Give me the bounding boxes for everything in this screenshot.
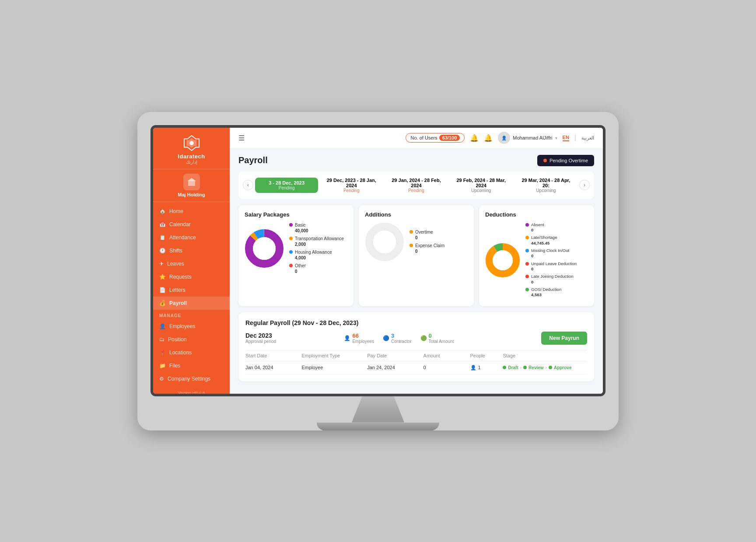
deductions-legend: Absent 0 Late/Shortage 44,745.45 xyxy=(525,222,577,300)
svg-point-15 xyxy=(493,250,513,270)
period-tab-2[interactable]: 29 Jan, 2024 - 28 Feb, 2024 Pending xyxy=(385,175,448,196)
new-payrun-button[interactable]: New Payrun xyxy=(541,332,587,345)
table-row[interactable]: Jan 04, 2024 Employee Jan 24, 2024 0 👤 1… xyxy=(245,361,587,374)
deductions-donut xyxy=(485,243,520,280)
gosi-dot xyxy=(525,288,529,291)
period-tab-3[interactable]: 29 Feb, 2024 - 28 Mar, 2024 Upcoming xyxy=(450,175,513,196)
late-shortage-value: 44,745.45 xyxy=(531,241,557,246)
files-icon: 📁 xyxy=(159,363,166,369)
period-prev-button[interactable]: ‹ xyxy=(243,180,253,190)
bell-icon[interactable]: 🔔 xyxy=(484,134,493,142)
legend-item-absent: Absent 0 xyxy=(525,222,577,233)
period-tab-0[interactable]: 3 - 28 Dec, 2023 Pending xyxy=(255,178,318,193)
hamburger-icon[interactable]: ☰ xyxy=(238,134,245,142)
svg-point-9 xyxy=(253,237,276,260)
payroll-period: Dec 2023 Approval period xyxy=(245,332,344,344)
additions-title: Additions xyxy=(365,211,468,218)
legend-item-late-joining: Late Joining Deduction 0 xyxy=(525,274,577,285)
sidebar-item-employees-label: Employees xyxy=(169,323,195,329)
payroll-meta: Dec 2023 Approval period 👤 66 Employees xyxy=(245,332,587,345)
unpaid-leave-value: 0 xyxy=(531,266,577,272)
logo-name: Idaratech xyxy=(178,153,205,160)
calendar-icon: 📅 xyxy=(159,221,166,227)
sidebar-item-requests-label: Requests xyxy=(169,274,192,280)
sidebar-item-letters-label: Letters xyxy=(169,287,186,293)
period-tab-1-date: 29 Dec, 2023 - 28 Jan, 2024 xyxy=(323,178,379,188)
logo-arabic: إدارتك xyxy=(186,160,197,164)
people-icon: 👤 xyxy=(470,365,476,371)
legend-item-housing: Housing Allowance 4,000 xyxy=(289,249,344,261)
gosi-label: GOSI Deduction xyxy=(531,287,561,292)
salary-packages-inner: Basic 40,000 Transportation Allowance 2,… xyxy=(245,222,347,276)
period-tab-4[interactable]: 29 Mar, 2024 - 28 Apr, 20: Upcoming xyxy=(514,175,578,196)
late-joining-value: 0 xyxy=(531,280,574,285)
regular-payroll-section: Regular Payroll (29 Nov - 28 Dec, 2023) … xyxy=(238,312,594,381)
letters-icon: 📄 xyxy=(159,287,166,293)
legend-item-other: Other 0 xyxy=(289,263,344,274)
col-pay-date: Pay Date xyxy=(367,353,423,358)
period-tabs: ‹ 3 - 28 Dec, 2023 Pending 29 Dec, 2023 … xyxy=(238,171,594,199)
sidebar-item-shifts[interactable]: 🕐 Shifts xyxy=(153,244,230,257)
speaker-icon[interactable]: 🔔 xyxy=(470,134,479,142)
sidebar-item-leaves[interactable]: ✈ Leaves xyxy=(153,257,230,270)
salary-donut xyxy=(245,229,284,270)
period-tab-4-status: Upcoming xyxy=(518,188,574,193)
sidebar-item-requests[interactable]: ⭐ Requests xyxy=(153,270,230,283)
svg-rect-3 xyxy=(188,181,195,186)
housing-dot xyxy=(289,250,293,254)
sidebar-item-calendar-label: Calendar xyxy=(169,221,191,227)
transportation-dot xyxy=(289,237,293,240)
sidebar-item-files[interactable]: 📁 Files xyxy=(153,359,230,372)
period-tab-1[interactable]: 29 Dec, 2023 - 28 Jan, 2024 Pending xyxy=(320,175,383,196)
requests-icon: ⭐ xyxy=(159,274,166,280)
sidebar-item-calendar[interactable]: 📅 Calendar xyxy=(153,218,230,231)
row-people-count: 1 xyxy=(478,365,481,370)
sidebar-item-position[interactable]: 🗂 Position xyxy=(153,333,230,346)
attendance-icon: 📋 xyxy=(159,234,166,241)
sidebar-item-home[interactable]: 🏠 Home xyxy=(153,205,230,218)
period-tab-4-date: 29 Mar, 2024 - 28 Apr, 20: xyxy=(518,178,574,188)
stat-employees: 👤 66 Employees xyxy=(344,332,374,344)
deductions-inner: Absent 0 Late/Shortage 44,745.45 xyxy=(485,222,588,300)
expense-dot xyxy=(410,244,413,247)
topbar: ☰ No. of Users 63/100 🔔 🔔 👤 Mohammad AlJ… xyxy=(230,128,603,149)
sidebar-logo: Idaratech إدارتك xyxy=(153,128,230,169)
sidebar-item-payroll[interactable]: 💰 Payroll xyxy=(153,297,230,310)
sidebar-item-employees[interactable]: 👤 Employees xyxy=(153,320,230,333)
svg-point-2 xyxy=(189,141,194,145)
chevron-down-icon: ▾ xyxy=(555,136,557,140)
deductions-card: Deductions xyxy=(479,205,594,306)
basic-label: Basic xyxy=(295,222,308,228)
employees-stat-label: Employees xyxy=(352,339,374,344)
legend-item-missing-clock: Missing Clock In/Out 0 xyxy=(525,248,577,259)
lang-en[interactable]: EN xyxy=(563,135,569,141)
lang-ar[interactable]: العربية xyxy=(581,135,594,141)
period-next-button[interactable]: › xyxy=(579,180,590,190)
payroll-approval: Approval period xyxy=(245,339,344,344)
user-name: Mohammad AlJiffri xyxy=(513,135,552,140)
header-right: No. of Users 63/100 🔔 🔔 👤 Mohammad AlJif… xyxy=(406,132,594,144)
legend-item-late-shortage: Late/Shortage 44,745.45 xyxy=(525,235,577,246)
company-settings-icon: ⚙ xyxy=(159,376,164,382)
deductions-title: Deductions xyxy=(485,211,588,218)
col-stage: Stage xyxy=(503,353,587,358)
missing-clock-label: Missing Clock In/Out xyxy=(531,248,569,253)
legend-item-basic: Basic 40,000 xyxy=(289,222,344,234)
total-stat-icon: 🟢 xyxy=(420,335,427,341)
row-emp-type: Employee xyxy=(301,365,367,370)
additions-card: Additions xyxy=(359,205,474,306)
period-tab-1-status: Pending xyxy=(323,188,379,193)
sidebar-item-attendance[interactable]: 📋 Attendance xyxy=(153,231,230,244)
header-left: ☰ xyxy=(238,134,245,142)
sidebar-item-files-label: Files xyxy=(169,363,180,369)
sidebar: Idaratech إدارتك Maj Holding 🏠 Home xyxy=(153,128,230,394)
sidebar-item-letters[interactable]: 📄 Letters xyxy=(153,283,230,297)
main-content: ☰ No. of Users 63/100 🔔 🔔 👤 Mohammad AlJ… xyxy=(230,128,603,394)
pending-overtime-button[interactable]: Pending Overtime xyxy=(537,155,594,166)
sidebar-item-company-settings[interactable]: ⚙ Company Settings xyxy=(153,372,230,385)
housing-value: 4,000 xyxy=(295,255,332,261)
logo-icon xyxy=(183,135,200,151)
sidebar-item-locations[interactable]: 📍 Locations xyxy=(153,346,230,359)
additions-inner: Overtime 0 Expense Claim 0 xyxy=(365,222,468,263)
unpaid-leave-dot xyxy=(525,262,529,266)
